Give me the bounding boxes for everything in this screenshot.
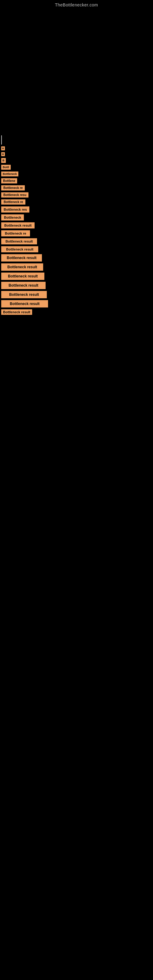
result-item: Bottleneck re: [0, 185, 153, 191]
result-label: Bottleneck result: [1, 291, 47, 298]
result-label: Bottleneck result: [1, 309, 32, 315]
result-item: Bottleneck result: [0, 263, 153, 271]
result-label: Bottleneck resu: [1, 192, 29, 197]
result-item: Bottleneck result: [0, 309, 153, 315]
result-item: Bottleneck result: [0, 282, 153, 289]
result-label: Bottleneck: [1, 172, 18, 177]
result-label: Bottleneck res: [1, 207, 29, 213]
result-item: Bottleneck result: [0, 272, 153, 280]
result-item: Bottleneck resu: [0, 192, 153, 197]
result-item: B: [0, 158, 153, 163]
result-label: Bottleneck result: [1, 246, 38, 252]
result-item: Bottleneck re: [0, 230, 153, 236]
result-label: B: [1, 152, 5, 156]
separator-line: [1, 135, 2, 145]
result-item: Bottleneck result: [0, 300, 153, 307]
result-label: Bottleneck re: [1, 185, 25, 191]
result-label: Bottleneck result: [1, 222, 35, 229]
result-item: B: [0, 146, 153, 150]
result-label: B: [1, 158, 6, 163]
result-label: Bottleneck result: [1, 272, 45, 280]
result-item: Bottleneck result: [0, 246, 153, 252]
result-item: Bottl: [0, 165, 153, 170]
result-label: Bottlene: [1, 178, 17, 183]
result-item: Bottleneck result: [0, 254, 153, 261]
result-label: Bottleneck result: [1, 238, 37, 244]
result-item: Bottleneck re: [0, 199, 153, 205]
result-item: Bottleneck result: [0, 238, 153, 244]
result-label: Bottleneck result: [1, 254, 42, 261]
result-label: Bottleneck result: [1, 263, 43, 271]
results-container: BBBBottlBottleneckBottleneBottleneck reB…: [0, 132, 153, 320]
result-label: Bottleneck re: [1, 199, 26, 205]
result-item: Bottlene: [0, 178, 153, 183]
result-label: Bottleneck re: [1, 230, 30, 236]
result-item: Bottleneck res: [0, 207, 153, 213]
result-item: B: [0, 152, 153, 156]
result-label: Bottleneck: [1, 215, 24, 221]
result-item: Bottleneck result: [0, 291, 153, 298]
result-label: Bottleneck result: [1, 300, 48, 307]
result-label: Bottleneck result: [1, 282, 46, 289]
result-item: Bottleneck result: [0, 222, 153, 229]
result-item: Bottleneck: [0, 215, 153, 221]
result-label: B: [1, 146, 5, 150]
result-label: Bottl: [1, 165, 11, 170]
site-title: TheBottlenecker.com: [0, 0, 153, 10]
result-item: Bottleneck: [0, 172, 153, 177]
